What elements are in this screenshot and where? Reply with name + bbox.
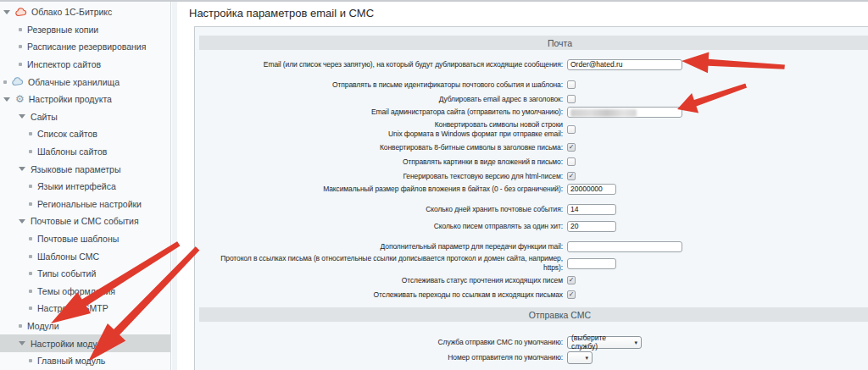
sidebar-item-sites[interactable]: Сайты — [0, 108, 170, 126]
sidebar-item-site-inspector[interactable]: Инспектор сайтов — [0, 56, 170, 74]
track-link-clicks-checkbox[interactable] — [567, 290, 576, 299]
field-label: Отслеживать статус прочтения исходящих п… — [203, 276, 563, 285]
sms-sender-row: Номер отправителя по умолчанию:▾ — [203, 352, 593, 362]
sidebar-item-label: Сайты — [31, 112, 58, 122]
track-link-clicks-row: Отслеживать переходы по ссылкам в исходя… — [203, 290, 576, 300]
sidebar-item-label: Языки интерфейса — [37, 181, 116, 191]
convert-newlines-checkbox[interactable] — [567, 125, 576, 134]
admin-email-input[interactable] — [567, 107, 682, 118]
sidebar-item-interface-languages[interactable]: Языки интерфейса — [0, 178, 170, 196]
mails-per-hit-row: Сколько писем отправлять за один хит:20 — [203, 220, 616, 232]
generate-text-version-checkbox[interactable] — [567, 172, 576, 180]
cloud-orange-icon — [15, 8, 27, 17]
sidebar-item-label: Темы оформления — [37, 286, 115, 296]
sidebar-item-modules[interactable]: Модули — [0, 318, 170, 335]
chevron-down-icon: ▾ — [585, 355, 588, 361]
sidebar-item-label: Модули — [27, 321, 59, 331]
track-read-status-checkbox[interactable] — [567, 276, 576, 284]
mail-function-param-row: Дополнительный параметр для передачи фун… — [203, 240, 682, 252]
bullet-icon — [29, 255, 32, 258]
sidebar-item-site-templates[interactable]: Шаблоны сайтов — [0, 143, 170, 161]
sidebar-item-label: Облако 1С-Битрикс — [31, 7, 112, 17]
email-duplicate-row: Email (или список через запятую), на кот… — [203, 58, 682, 70]
sidebar-item-mail-templates[interactable]: Почтовые шаблоны — [0, 230, 170, 248]
convert-8bit-checkbox[interactable] — [567, 143, 576, 152]
field-label: Протокол в ссылках письма (в относительн… — [203, 254, 563, 273]
sidebar-item-label: Облачные хранилища — [28, 77, 120, 87]
sidebar-item-language-params[interactable]: Языковые параметры — [0, 160, 170, 178]
sidebar-item-cloud-storages[interactable]: Облачные хранилища — [0, 73, 170, 91]
sidebar-item-sms-templates[interactable]: Шаблоны СМС — [0, 247, 170, 265]
duplicate-email-header-row: Дублировать email адрес в заголовок: — [203, 94, 576, 104]
max-attachment-size-row: Максимальный размер файлов вложения в ба… — [203, 183, 616, 195]
field-label: Максимальный размер файлов вложения в ба… — [203, 185, 563, 194]
sidebar-item-product-settings[interactable]: ⚙Настройки продукта — [0, 91, 170, 108]
link-protocol-input[interactable] — [567, 258, 616, 269]
sidebar-item-label: Настройки продукта — [29, 94, 112, 104]
tree-collapse-icon[interactable] — [19, 341, 25, 345]
mail-events-days-input[interactable]: 14 — [567, 204, 616, 215]
link-protocol-row: Протокол в ссылках письма (в относительн… — [203, 257, 616, 269]
bullet-icon — [3, 80, 7, 84]
sidebar-item-label: Настройки модулей — [31, 339, 112, 349]
field-label: Номер отправителя по умолчанию: — [203, 353, 563, 362]
sidebar-item-label: Языковые параметры — [31, 164, 121, 174]
mail-function-param-input[interactable] — [567, 241, 682, 252]
sidebar-item-design-themes[interactable]: Темы оформления — [0, 283, 170, 301]
field-label: Конвертировать 8-битные символы в заголо… — [203, 143, 563, 152]
convert-8bit-row: Конвертировать 8-битные символы в заголо… — [203, 142, 576, 152]
tree-collapse-icon[interactable] — [19, 114, 25, 119]
field-label: Сколько дней хранить почтовые события: — [203, 205, 563, 214]
sidebar-item-backup-schedule[interactable]: Расписание резервирования — [0, 38, 170, 56]
bullet-icon — [29, 150, 32, 153]
mails-per-hit-input[interactable]: 20 — [567, 221, 616, 232]
bullet-icon — [29, 202, 32, 206]
field-label: Email администратора сайта (отправитель … — [203, 108, 563, 117]
sidebar-item-label: Настройка SMTP — [37, 303, 108, 313]
field-label: Отслеживать переходы по ссылкам в исходя… — [203, 290, 563, 300]
tree-collapse-icon[interactable] — [3, 10, 10, 14]
bullet-icon — [19, 28, 22, 31]
sms-service-select[interactable]: (выберите службу)▾ — [567, 336, 642, 349]
sidebar-item-main-module[interactable]: Главный модуль — [0, 352, 170, 370]
field-label: Дублировать email адрес в заголовок: — [203, 95, 563, 104]
sidebar-item-label: Типы событий — [37, 268, 96, 279]
send-event-ids-checkbox[interactable] — [567, 80, 576, 89]
sidebar-item-label: Почтовые и СМС события — [31, 216, 139, 226]
bullet-icon — [29, 132, 32, 135]
sidebar-item-module-settings[interactable]: Настройки модулей — [0, 334, 170, 352]
field-label: Сколько писем отправлять за один хит: — [203, 222, 563, 231]
selected-option-label: (выберите службу) — [571, 334, 631, 351]
send-event-ids-row: Отправлять в письме идентификаторы почто… — [203, 80, 576, 90]
duplicate-email-header-checkbox[interactable] — [567, 95, 576, 103]
admin-menu-tree: Облако 1С-БитриксРезервные копииРасписан… — [0, 2, 171, 370]
max-attachment-size-input[interactable]: 20000000 — [567, 184, 616, 195]
bullet-icon — [29, 237, 32, 240]
sidebar-item-label: Резервные копии — [27, 25, 98, 35]
sms-sender-select[interactable]: ▾ — [567, 351, 593, 364]
sidebar-item-label: Шаблоны СМС — [37, 251, 99, 262]
email-duplicate-input[interactable]: Order@hated.ru — [567, 59, 682, 70]
admin-email-row: Email администратора сайта (отправитель … — [203, 106, 682, 118]
tree-collapse-icon[interactable] — [19, 167, 25, 171]
field-label: Конвертировать символы новой строкиUnix … — [203, 120, 563, 139]
sidebar-item-cloud-1c-bitrix[interactable]: Облако 1С-Битрикс — [0, 3, 170, 21]
mail-events-days-row: Сколько дней хранить почтовые события:14 — [203, 203, 616, 215]
sidebar-item-site-list[interactable]: Список сайтов — [0, 125, 170, 143]
sidebar-item-smtp-settings[interactable]: Настройка SMTP — [0, 300, 170, 318]
bullet-icon — [29, 185, 32, 188]
tree-collapse-icon[interactable] — [19, 219, 25, 224]
sidebar-item-event-types[interactable]: Типы событий — [0, 265, 170, 283]
settings-form: Почта Отправка СМС Email (или список чер… — [194, 26, 868, 370]
tree-collapse-icon[interactable] — [3, 97, 10, 102]
section-header-mail: Почта — [199, 36, 868, 50]
sidebar-item-regional-settings[interactable]: Региональные настройки — [0, 196, 170, 213]
images-as-attachments-checkbox[interactable] — [567, 157, 576, 166]
field-label: Email (или список через запятую), на кот… — [203, 60, 563, 69]
generate-text-version-row: Генерировать текстовую версию для html-п… — [203, 171, 576, 181]
sidebar-item-mail-sms-events[interactable]: Почтовые и СМС события — [0, 213, 170, 230]
chevron-down-icon: ▾ — [634, 340, 637, 345]
sidebar-resize-gutter[interactable] — [172, 2, 177, 370]
bullet-icon — [19, 324, 22, 328]
sidebar-item-backup-copies[interactable]: Резервные копии — [0, 21, 170, 39]
